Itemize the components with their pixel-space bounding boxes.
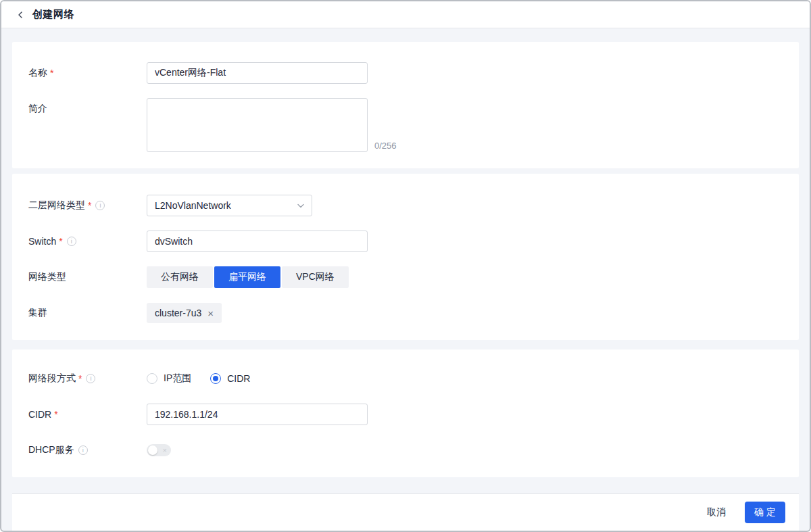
toggle-knob: [148, 445, 157, 455]
network-type-option-vpc[interactable]: VPC网络: [282, 266, 349, 288]
network-type-option-flat[interactable]: 扁平网络: [214, 266, 280, 288]
dhcp-toggle[interactable]: ×: [147, 444, 171, 456]
network-type-option-public[interactable]: 公有网络: [147, 266, 213, 288]
dhcp-row: DHCP服务 i ×: [28, 439, 783, 461]
required-asterisk: *: [59, 236, 62, 247]
remove-tag-icon[interactable]: ×: [207, 308, 214, 318]
switch-input[interactable]: [147, 231, 368, 252]
l2-type-select-value: L2NoVlanNetwork: [155, 200, 231, 211]
info-icon[interactable]: i: [78, 445, 88, 455]
cidr-row: CIDR *: [28, 404, 783, 425]
cluster-tag-text: cluster-7u3: [155, 308, 201, 318]
chevron-down-icon: [297, 201, 305, 210]
description-textarea[interactable]: [147, 98, 368, 152]
char-counter: 0/256: [374, 140, 397, 152]
required-asterisk: *: [54, 409, 57, 420]
segment-mode-row: 网络段方式 * i IP范围 CIDR: [28, 368, 783, 389]
cluster-row: 集群 cluster-7u3 ×: [28, 302, 783, 324]
description-label: 简介: [28, 98, 147, 120]
name-input[interactable]: [147, 62, 368, 84]
chevron-left-icon: [16, 11, 24, 19]
action-footer: 取消 确 定: [12, 493, 799, 531]
cidr-label: CIDR *: [28, 404, 147, 425]
page-header: 创建网络: [1, 1, 810, 28]
segment-mode-label: 网络段方式 * i: [28, 368, 147, 389]
l2-type-row: 二层网络类型 * i L2NoVlanNetwork: [28, 195, 783, 216]
cluster-label: 集群: [28, 302, 147, 324]
create-network-page: 创建网络 名称 * 简介 0/256: [0, 0, 811, 532]
form-content: 名称 * 简介 0/256 二层网络类型: [1, 28, 810, 531]
radio-cidr[interactable]: CIDR: [210, 373, 250, 384]
segment-mode-radio-group: IP范围 CIDR: [147, 368, 250, 389]
radio-icon: [210, 373, 221, 384]
radio-icon: [147, 373, 157, 384]
switch-row: Switch * i: [28, 231, 783, 252]
confirm-button[interactable]: 确 定: [745, 502, 785, 523]
required-asterisk: *: [50, 68, 53, 78]
cancel-button[interactable]: 取消: [704, 502, 729, 523]
l2-type-select[interactable]: L2NoVlanNetwork: [147, 195, 312, 216]
basic-info-card: 名称 * 简介 0/256: [12, 42, 799, 168]
toggle-off-icon: ×: [163, 445, 167, 456]
info-icon[interactable]: i: [95, 201, 105, 210]
back-button[interactable]: [15, 9, 26, 20]
cluster-tag: cluster-7u3 ×: [147, 303, 222, 323]
network-type-label: 网络类型: [28, 266, 147, 288]
l2-type-label: 二层网络类型 * i: [28, 195, 147, 216]
segment-config-card: 网络段方式 * i IP范围 CIDR CIDR: [12, 349, 799, 477]
required-asterisk: *: [78, 373, 82, 384]
info-icon[interactable]: i: [86, 374, 95, 383]
description-row: 简介 0/256: [28, 98, 783, 152]
name-label: 名称 *: [28, 62, 147, 84]
page-title: 创建网络: [32, 8, 74, 21]
network-type-row: 网络类型 公有网络 扁平网络 VPC网络: [28, 266, 783, 288]
info-icon[interactable]: i: [67, 237, 76, 246]
dhcp-label: DHCP服务 i: [28, 439, 147, 461]
radio-ip-range[interactable]: IP范围: [147, 372, 191, 385]
required-asterisk: *: [88, 200, 91, 211]
network-type-segmented-group: 公有网络 扁平网络 VPC网络: [147, 266, 349, 288]
name-row: 名称 *: [28, 62, 783, 84]
cidr-input[interactable]: [147, 404, 368, 425]
network-config-card: 二层网络类型 * i L2NoVlanNetwork: [12, 174, 799, 340]
switch-label: Switch * i: [28, 231, 147, 252]
